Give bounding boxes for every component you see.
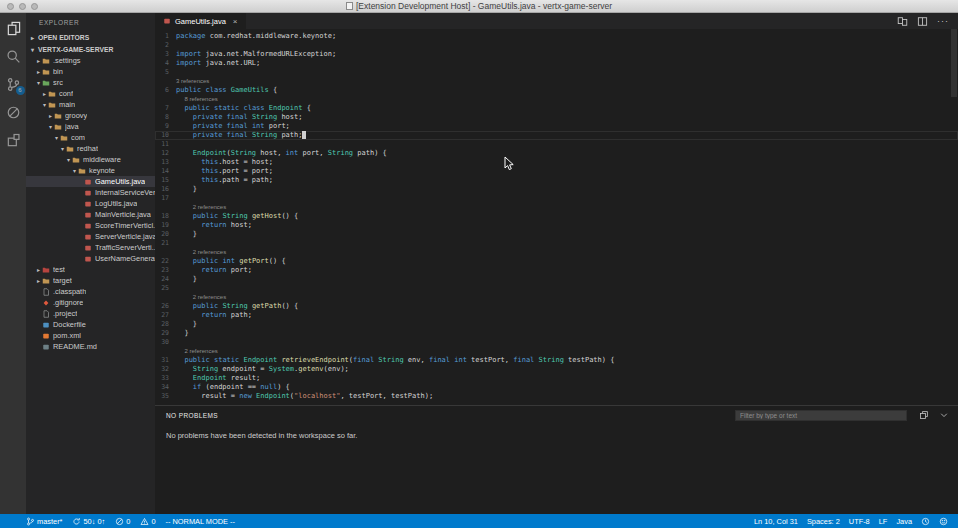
- tree-item-mainverticle-java[interactable]: MainVerticle.java: [26, 209, 155, 220]
- code-line[interactable]: 32 String endpoint = System.getenv(env);: [155, 365, 958, 374]
- codelens-row[interactable]: 2 references: [155, 248, 958, 257]
- code-line[interactable]: 30: [155, 338, 958, 347]
- chevron-down-icon[interactable]: ▾: [47, 123, 54, 130]
- split-editor-icon[interactable]: [917, 16, 928, 27]
- codelens-references[interactable]: 8 references: [184, 95, 217, 104]
- tree-item--project[interactable]: .project: [26, 308, 155, 319]
- code-line[interactable]: 21: [155, 239, 958, 248]
- code-line[interactable]: 25: [155, 284, 958, 293]
- tree-item--classpath[interactable]: .classpath: [26, 286, 155, 297]
- status-item-sync[interactable]: 50↓ 0↑: [72, 517, 105, 526]
- tree-item--gitignore[interactable]: .gitignore: [26, 297, 155, 308]
- source-control-icon[interactable]: 6: [6, 77, 21, 92]
- tree-item-java[interactable]: ▾java: [26, 121, 155, 132]
- tree-item-middleware[interactable]: ▾middleware: [26, 154, 155, 165]
- chevron-down-icon[interactable]: ▾: [65, 156, 72, 163]
- editor-scrollbar[interactable]: [951, 29, 957, 97]
- code-line[interactable]: 31 public static Endpoint retrieveEndpoi…: [155, 356, 958, 365]
- code-line[interactable]: 12 Endpoint(String host, int port, Strin…: [155, 149, 958, 158]
- search-icon[interactable]: [6, 49, 21, 64]
- code-line[interactable]: 28 }: [155, 320, 958, 329]
- open-changes-icon[interactable]: [897, 16, 908, 27]
- code-line[interactable]: 17: [155, 194, 958, 203]
- code-line[interactable]: 6public class GameUtils {: [155, 86, 958, 95]
- debug-icon[interactable]: [6, 105, 21, 120]
- status-item[interactable]: Java: [896, 517, 912, 526]
- code-line[interactable]: 19 return host;: [155, 221, 958, 230]
- code-line[interactable]: 20 }: [155, 230, 958, 239]
- code-line[interactable]: 8 private final String host;: [155, 113, 958, 122]
- chevron-down-icon[interactable]: ▾: [71, 167, 78, 174]
- code-line[interactable]: 26 public String getPath() {: [155, 302, 958, 311]
- tree-item-serververticle-java[interactable]: ServerVerticle.java: [26, 231, 155, 242]
- code-line[interactable]: 16 }: [155, 185, 958, 194]
- code-line[interactable]: 29 }: [155, 329, 958, 338]
- tab-gameutils-java[interactable]: GameUtils.java×: [155, 13, 246, 29]
- tree-item-redhat[interactable]: ▾redhat: [26, 143, 155, 154]
- code-line[interactable]: 34 if (endpoint == null) {: [155, 383, 958, 392]
- codelens-row[interactable]: 2 references: [155, 347, 958, 356]
- tree-item-dockerfile[interactable]: Dockerfile: [26, 319, 155, 330]
- minimize-window-button[interactable]: [19, 3, 26, 10]
- chevron-down-icon[interactable]: ▾: [59, 145, 66, 152]
- code-line[interactable]: 35 result = new Endpoint("localhost", te…: [155, 392, 958, 401]
- code-line[interactable]: 4import java.net.URL;: [155, 59, 958, 68]
- status-item-error[interactable]: 0: [115, 517, 130, 526]
- status-item[interactable]: Ln 10, Col 31: [754, 517, 798, 526]
- status-item-branch[interactable]: master*: [26, 517, 62, 526]
- status-item-warning[interactable]: 0: [140, 517, 155, 526]
- status-item[interactable]: Spaces: 2: [807, 517, 840, 526]
- chevron-right-icon[interactable]: ▸: [35, 277, 42, 284]
- chevron-down-icon[interactable]: ▾: [35, 79, 42, 86]
- status-item[interactable]: LF: [879, 517, 888, 526]
- code-line[interactable]: 2: [155, 41, 958, 50]
- tree-item-com[interactable]: ▾com: [26, 132, 155, 143]
- chevron-down-icon[interactable]: [939, 410, 949, 420]
- clear-filter-icon[interactable]: [919, 410, 929, 420]
- tree-item-trafficserververti-[interactable]: TrafficServerVerti...: [26, 242, 155, 253]
- tree-item-conf[interactable]: ▸conf: [26, 88, 155, 99]
- codelens-references[interactable]: 2 references: [193, 248, 226, 257]
- code-line[interactable]: 3import java.net.MalformedURLException;: [155, 50, 958, 59]
- chevron-right-icon[interactable]: ▸: [47, 112, 54, 119]
- section-open-editors[interactable]: ▸OPEN EDITORS: [26, 31, 155, 43]
- code-line[interactable]: 11: [155, 140, 958, 149]
- codelens-references[interactable]: 3 references: [176, 77, 209, 86]
- close-window-button[interactable]: [7, 3, 14, 10]
- tree-item-main[interactable]: ▾main: [26, 99, 155, 110]
- codelens-row[interactable]: 2 references: [155, 293, 958, 302]
- chevron-down-icon[interactable]: ▾: [53, 134, 60, 141]
- tree-item-bin[interactable]: ▸bin: [26, 66, 155, 77]
- code-line[interactable]: 9 private final int port;: [155, 122, 958, 131]
- tree-item--settings[interactable]: ▸.settings: [26, 55, 155, 66]
- code-editor[interactable]: 1package com.redhat.middleware.keynote;2…: [155, 29, 958, 405]
- chevron-right-icon[interactable]: ▸: [35, 266, 42, 273]
- more-actions-icon[interactable]: ···: [937, 16, 949, 27]
- section-vertx-game-server[interactable]: ▾VERTX-GAME-SERVER: [26, 43, 155, 55]
- status-item[interactable]: -- NORMAL MODE --: [166, 517, 236, 526]
- codelens-references[interactable]: 2 references: [184, 347, 217, 356]
- code-line[interactable]: 22 public int getPort() {: [155, 257, 958, 266]
- chevron-right-icon[interactable]: ▸: [35, 57, 42, 64]
- codelens-references[interactable]: 2 references: [193, 203, 226, 212]
- tree-item-usernamegenerat-[interactable]: UserNameGenerat...: [26, 253, 155, 264]
- codelens-row[interactable]: 3 references: [155, 77, 958, 86]
- tree-item-keynote[interactable]: ▾keynote: [26, 165, 155, 176]
- tree-item-internalservicever-[interactable]: InternalServiceVer...: [26, 187, 155, 198]
- code-line[interactable]: 1package com.redhat.middleware.keynote;: [155, 32, 958, 41]
- code-line[interactable]: 7 public static class Endpoint {: [155, 104, 958, 113]
- status-item-smiley[interactable]: [939, 517, 948, 526]
- tree-item-test[interactable]: ▸test: [26, 264, 155, 275]
- chevron-down-icon[interactable]: ▾: [41, 101, 48, 108]
- tree-item-readme-md[interactable]: README.md: [26, 341, 155, 352]
- tree-item-pom-xml[interactable]: pom.xml: [26, 330, 155, 341]
- code-line[interactable]: 15 this.path = path;: [155, 176, 958, 185]
- chevron-right-icon[interactable]: ▸: [41, 90, 48, 97]
- code-line[interactable]: 18 public String getHost() {: [155, 212, 958, 221]
- code-line[interactable]: 10 private final String path;: [155, 131, 958, 140]
- chevron-right-icon[interactable]: ▸: [35, 68, 42, 75]
- zoom-window-button[interactable]: [31, 3, 38, 10]
- codelens-row[interactable]: 8 references: [155, 95, 958, 104]
- code-line[interactable]: 23 return port;: [155, 266, 958, 275]
- code-line[interactable]: 14 this.port = port;: [155, 167, 958, 176]
